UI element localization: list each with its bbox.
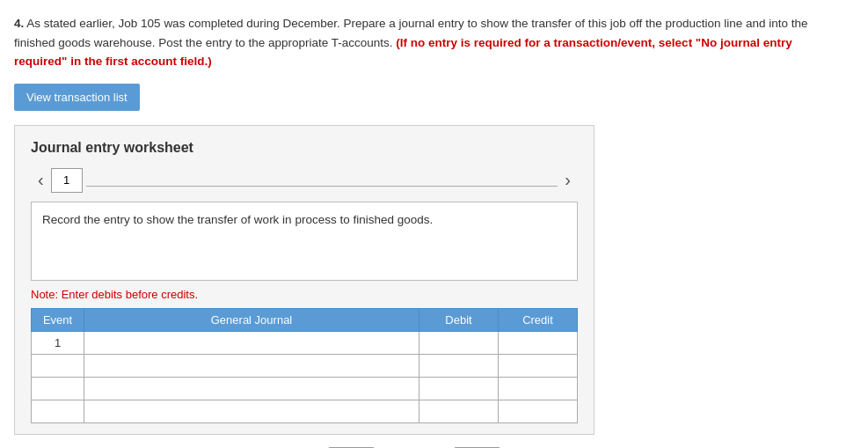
worksheet-page-input[interactable]	[51, 168, 83, 193]
credit-input-1[interactable]	[499, 332, 577, 354]
gj-cell-1[interactable]	[84, 331, 419, 354]
table-row: 1	[32, 331, 578, 354]
gj-cell-2[interactable]	[84, 354, 419, 377]
event-cell-4	[32, 400, 84, 422]
debit-credit-note: Note: Enter debits before credits.	[31, 288, 578, 301]
credit-input-4[interactable]	[499, 400, 577, 422]
prev-worksheet-button[interactable]: ‹	[31, 170, 51, 190]
gj-input-2[interactable]	[84, 355, 419, 377]
question-number: 4.	[14, 17, 24, 30]
gj-cell-3[interactable]	[84, 377, 419, 400]
debit-cell-3[interactable]	[419, 377, 499, 400]
debit-input-2[interactable]	[419, 355, 498, 377]
event-cell-3	[32, 377, 84, 400]
debit-input-4[interactable]	[419, 400, 498, 422]
worksheet-nav-row: ‹ ›	[31, 168, 578, 193]
table-row	[32, 400, 578, 422]
col-header-credit: Credit	[499, 308, 578, 331]
gj-input-1[interactable]	[84, 332, 419, 354]
debit-input-1[interactable]	[419, 332, 498, 354]
credit-cell-1[interactable]	[499, 331, 578, 354]
table-row	[32, 354, 578, 377]
table-row	[32, 377, 578, 400]
credit-cell-2[interactable]	[499, 354, 578, 377]
gj-input-4[interactable]	[84, 400, 419, 422]
credit-cell-3[interactable]	[499, 377, 578, 400]
credit-input-3[interactable]	[499, 378, 577, 400]
worksheet-description: Record the entry to show the transfer of…	[31, 202, 578, 281]
journal-entry-worksheet: Journal entry worksheet ‹ › Record the e…	[14, 125, 594, 435]
debit-cell-1[interactable]	[419, 331, 499, 354]
debit-cell-4[interactable]	[419, 400, 499, 422]
nav-divider	[86, 174, 558, 187]
col-header-general-journal: General Journal	[84, 308, 419, 331]
gj-input-3[interactable]	[84, 378, 419, 400]
event-cell-2	[32, 354, 84, 377]
next-worksheet-button[interactable]: ›	[558, 170, 578, 190]
event-cell-1: 1	[32, 331, 84, 354]
view-transaction-list-button[interactable]: View transaction list	[14, 84, 140, 111]
question-text: 4. As stated earlier, Job 105 was comple…	[14, 14, 841, 71]
gj-cell-4[interactable]	[84, 400, 419, 422]
col-header-debit: Debit	[419, 308, 499, 331]
worksheet-title: Journal entry worksheet	[31, 140, 578, 156]
debit-cell-2[interactable]	[419, 354, 499, 377]
journal-entry-table: Event General Journal Debit Credit 1	[31, 308, 578, 423]
credit-cell-4[interactable]	[499, 400, 578, 422]
col-header-event: Event	[32, 308, 84, 331]
credit-input-2[interactable]	[499, 355, 577, 377]
debit-input-3[interactable]	[419, 378, 498, 400]
